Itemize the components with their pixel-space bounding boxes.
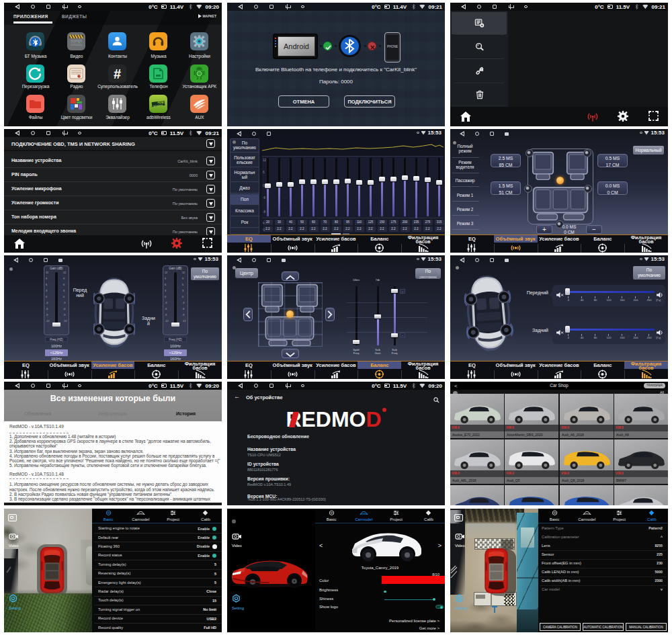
svg-text:Wireless: Wireless <box>153 104 163 108</box>
svg-text:#: # <box>114 67 121 81</box>
svg-text:03.08.29: 03.08.29 <box>71 42 83 45</box>
